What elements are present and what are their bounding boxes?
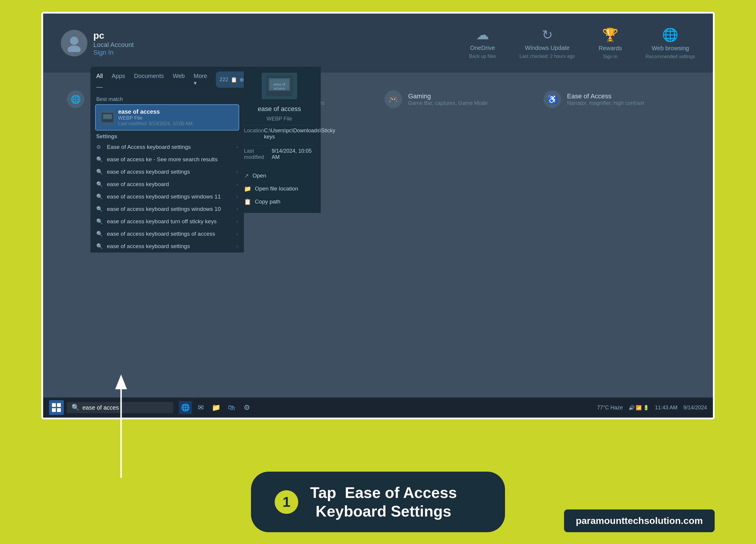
network-icon: 🌐	[67, 90, 84, 108]
web-browsing-icon-item[interactable]: 🌐 Web browsing Recommended settings	[646, 27, 695, 59]
gaming-icon: 🎮	[384, 90, 402, 108]
svg-rect-10	[52, 403, 56, 407]
file-preview-panel: ease of access ease of access WEBP File …	[238, 67, 321, 213]
user-account-type: Local Account	[93, 41, 134, 49]
result-text-1: Ease of Access keyboard settings	[107, 144, 233, 150]
result-ease-keyboard-settings[interactable]: ⚙ Ease of Access keyboard settings ›	[90, 141, 244, 153]
search-icon-6: 🔍	[96, 218, 103, 225]
copy-path-label: Copy path	[255, 198, 281, 205]
counter-icon: 📋	[231, 76, 237, 83]
instruction-box: 1 Tap Ease of AccessKeyboard Settings	[251, 472, 505, 532]
settings-header: pc Local Account Sign In ☁ OneDrive Back…	[43, 14, 713, 73]
tab-apps[interactable]: Apps	[112, 71, 125, 88]
chevron-right-icon-3: ›	[237, 182, 238, 187]
result-keyboard[interactable]: 🔍 ease of access keyboard ›	[90, 178, 244, 190]
chevron-right-icon-7: ›	[237, 231, 238, 237]
svg-rect-4	[103, 115, 112, 119]
result-text-7: ease of access keyboard turn off sticky …	[107, 218, 233, 225]
svg-text:access: access	[274, 87, 285, 91]
tab-all[interactable]: All	[96, 71, 103, 88]
result-see-more[interactable]: 🔍 ease of access ke - See more search re…	[90, 153, 244, 166]
file-preview-type: WEBP File	[267, 116, 292, 122]
copy-icon: 📋	[244, 198, 251, 205]
chevron-right-icon-5: ›	[237, 206, 238, 212]
system-icons: 🔊 📶 🔋	[629, 405, 649, 411]
rewards-sub: Sign in	[603, 54, 617, 59]
tab-more[interactable]: More ▾	[194, 71, 207, 88]
result-keyboard-settings-last[interactable]: 🔍 ease of access keyboard settings ›	[90, 240, 244, 253]
curved-arrow	[97, 366, 145, 485]
tab-documents[interactable]: Documents	[134, 71, 164, 88]
taskbar-icon-edge[interactable]: 🌐	[179, 401, 192, 414]
search-magnifier-icon: 🔍	[71, 404, 79, 411]
file-preview-thumbnail: ease of access	[262, 73, 297, 99]
instruction-text: Tap Ease of AccessKeyboard Settings	[310, 483, 457, 520]
user-info: pc Local Account Sign In	[93, 30, 134, 56]
best-match-modified: Last modified: 9/14/2024, 10:05 AM	[118, 121, 193, 126]
search-icon-8: 🔍	[96, 243, 103, 250]
taskbar-icon-store[interactable]: 🛍	[225, 401, 238, 414]
onedrive-icon-item[interactable]: ☁ OneDrive Back up files	[469, 27, 496, 59]
settings-item-gaming[interactable]: 🎮 Gaming Game Bar, captures, Game Mode	[379, 84, 536, 114]
chevron-right-icon-4: ›	[237, 194, 238, 199]
search-icon-7: 🔍	[96, 231, 103, 237]
result-keyboard-settings-win11[interactable]: 🔍 ease of access keyboard settings windo…	[90, 190, 244, 203]
web-browsing-icon: 🌐	[662, 27, 678, 43]
search-icon-3: 🔍	[96, 181, 103, 188]
start-menu-header: All Apps Documents Web More ▾ 222 📋 ⊕ ··…	[90, 67, 244, 93]
open-location-label: Open file location	[255, 185, 298, 192]
web-browsing-sub: Recommended settings	[646, 54, 695, 59]
windows-update-icon-item[interactable]: ↻ Windows Update Last checked: 2 hours a…	[519, 27, 575, 59]
best-match-item[interactable]: ease of access WEBP File Last modified: …	[95, 104, 239, 131]
action-open[interactable]: ↗ Open	[244, 170, 315, 181]
result-text-2: ease of access ke - See more search resu…	[107, 156, 238, 163]
taskbar-icons: 🌐 ✉ 📁 🛍 ⚙	[179, 401, 253, 414]
action-open-location[interactable]: 📁 Open file location	[244, 183, 315, 194]
result-text-9: ease of access keyboard settings	[107, 243, 233, 250]
gaming-desc: Game Bar, captures, Game Mode	[408, 100, 488, 106]
taskbar-right: 77°C Haze 🔊 📶 🔋 11:43 AM 9/14/2024	[597, 405, 707, 411]
location-label: Location	[244, 128, 264, 140]
rewards-icon-item[interactable]: 🏆 Rewards Sign in	[599, 27, 622, 59]
result-keyboard-settings-win10[interactable]: 🔍 ease of access keyboard settings windo…	[90, 203, 244, 215]
result-counter: 222 📋 ⊕ ··· ✕	[216, 71, 244, 88]
chevron-right-icon-8: ›	[237, 244, 238, 249]
svg-point-0	[70, 37, 78, 45]
user-sign-in[interactable]: Sign In	[93, 49, 134, 56]
search-icon: 🔍	[96, 156, 103, 163]
ease-of-access-desc: Narrator, magnifier, high contrast	[567, 100, 644, 106]
svg-rect-12	[52, 408, 56, 412]
result-keyboard-settings-of-access[interactable]: 🔍 ease of access keyboard settings of ac…	[90, 228, 244, 240]
windows-update-sub: Last checked: 2 hours ago	[519, 54, 575, 59]
add-icon[interactable]: ⊕	[239, 76, 244, 83]
web-browsing-label: Web browsing	[652, 45, 689, 52]
file-modified-detail: Last modified 9/14/2024, 10:05 AM	[244, 145, 315, 163]
taskbar-icon-settings[interactable]: ⚙	[240, 401, 253, 414]
open-label: Open	[252, 172, 266, 179]
result-sticky-keys[interactable]: 🔍 ease of access keyboard turn off stick…	[90, 215, 244, 228]
taskbar-icon-explorer[interactable]: 📁	[210, 401, 223, 414]
settings-item-ease-of-access[interactable]: ♿ Ease of Access Narrator, magnifier, hi…	[537, 84, 695, 114]
start-button[interactable]	[49, 400, 64, 415]
file-location-detail: Location C:\Users\pc\Downloads\Sticky ke…	[244, 125, 315, 142]
rewards-icon: 🏆	[602, 27, 618, 43]
tab-web[interactable]: Web	[173, 71, 185, 88]
location-value: C:\Users\pc\Downloads\Sticky keys	[264, 128, 335, 140]
svg-marker-15	[115, 374, 127, 389]
result-keyboard-settings-1[interactable]: 🔍 ease of access keyboard settings ›	[90, 166, 244, 178]
settings-background: pc Local Account Sign In ☁ OneDrive Back…	[43, 14, 713, 418]
website-url: paramounttechsolution.com	[576, 515, 703, 526]
file-preview: ease of access ease of access WEBP File …	[244, 73, 315, 207]
header-icons: ☁ OneDrive Back up files ↻ Windows Updat…	[469, 27, 695, 59]
gaming-label: Gaming	[408, 92, 488, 100]
clock-date: 9/14/2024	[683, 405, 707, 411]
best-match-name: ease of access	[118, 108, 193, 115]
best-match-thumbnail	[100, 110, 115, 125]
gaming-text: Gaming Game Bar, captures, Game Mode	[408, 92, 488, 106]
action-copy-path[interactable]: 📋 Copy path	[244, 196, 315, 207]
best-match-info: ease of access WEBP File Last modified: …	[118, 108, 193, 126]
taskbar-icon-mail[interactable]: ✉	[194, 401, 207, 414]
windows-update-label: Windows Update	[525, 45, 570, 51]
result-text-5: ease of access keyboard settings windows…	[107, 193, 233, 200]
windows-update-icon: ↻	[542, 27, 553, 42]
